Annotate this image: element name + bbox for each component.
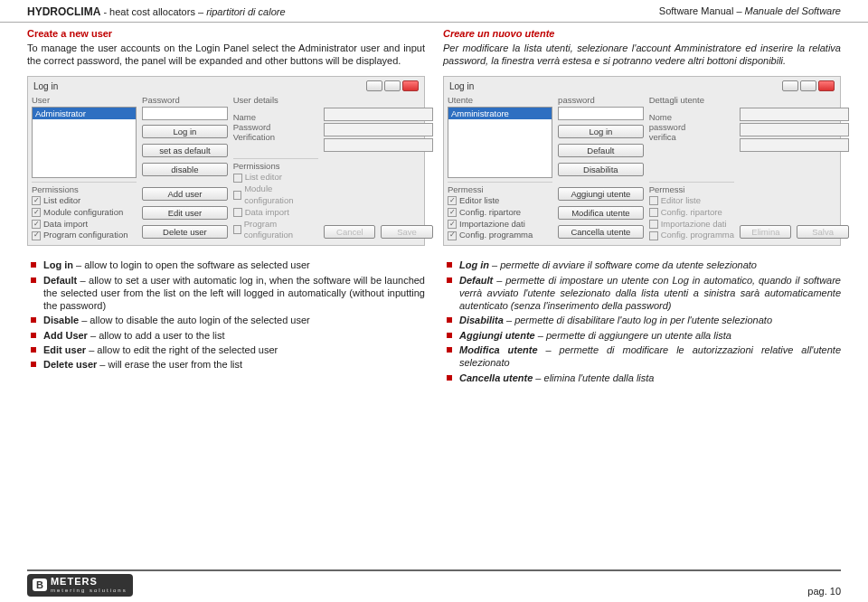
perm-ro-importazione-dati: ✓Importazione dati — [649, 219, 735, 230]
perm-ro-program-config: ✓Program configuration — [233, 219, 319, 242]
perm-config-programma[interactable]: ✓Config. programma — [448, 230, 552, 241]
password-label: password — [558, 95, 644, 107]
tagline-en: - heat cost allocators – — [103, 6, 206, 17]
password-edit-input[interactable] — [740, 123, 848, 136]
password-input[interactable] — [142, 107, 228, 120]
manual-it: Manuale del Software — [745, 5, 841, 16]
perm-list-editor[interactable]: ✓List editor — [32, 195, 137, 207]
list-item: Delete user – will erase the user from t… — [27, 358, 425, 371]
name-label: Name — [233, 112, 319, 122]
perm-editor-liste[interactable]: ✓Editor liste — [448, 195, 552, 207]
minimize-icon[interactable] — [782, 80, 798, 91]
login-window-en: Log in User Administrator Permissions ✓L… — [27, 76, 425, 246]
perm-program-config[interactable]: ✓Program configuration — [32, 230, 137, 241]
list-item: Edit user – allow to edit the right of t… — [27, 343, 425, 356]
bullets-it: Log in – permette di avviare il software… — [443, 259, 841, 386]
permissions-ro-label: Permessi — [649, 184, 735, 195]
add-user-button[interactable]: Aggiungi utente — [558, 187, 644, 201]
verification-input[interactable] — [324, 138, 432, 152]
minimize-icon[interactable] — [366, 80, 382, 91]
perm-ro-editor-liste: ✓Editor liste — [649, 195, 735, 207]
password-label: Password — [142, 95, 228, 107]
list-item: Log in – permette di avviare il software… — [443, 259, 841, 271]
verif-label: Verification — [233, 132, 319, 142]
user-item-admin[interactable]: Administrator — [33, 108, 136, 119]
intro-en-body: To manage the user accounts on the Login… — [27, 42, 425, 66]
list-item: Add User – allow to add a user to the li… — [27, 329, 425, 342]
user-details-label: Dettagli utente — [649, 95, 735, 107]
add-user-button[interactable]: Add user — [142, 187, 228, 201]
logo-text-big: METERS — [51, 576, 98, 587]
list-item: Default – allow to set a user with autom… — [27, 274, 425, 313]
product-logo: HYDROCLIMA — [27, 5, 100, 18]
page-number: pag. 10 — [807, 586, 841, 597]
delete-user-button[interactable]: Cancella utente — [558, 225, 644, 239]
bullets-en: Log in – allow to login to open the soft… — [27, 259, 425, 386]
save-button[interactable]: Save — [381, 225, 432, 239]
name-input[interactable] — [324, 108, 432, 121]
password-input[interactable] — [558, 107, 644, 120]
intro-en-title: Create a new user — [27, 28, 425, 41]
bullet-columns: Log in – allow to login to open the soft… — [0, 253, 868, 386]
user-listbox[interactable]: Administrator — [32, 107, 137, 178]
disable-button[interactable]: disable — [142, 163, 228, 176]
verif-label: verifica — [649, 132, 735, 142]
perm-importazione-dati[interactable]: ✓Importazione dati — [448, 219, 552, 230]
intro-en: Create a new user To manage the user acc… — [27, 28, 425, 67]
permissions-label: Permissions — [32, 184, 137, 195]
permissions-ro-label: Permissions — [233, 161, 319, 172]
window-title: Log in — [449, 81, 474, 91]
set-default-button[interactable]: set as default — [142, 144, 228, 157]
titlebar: Log in — [448, 80, 836, 95]
permissions-label: Permessi — [448, 184, 552, 195]
page-footer: B METERS metering solutions pag. 10 — [0, 569, 868, 597]
perm-ro-config-programma: ✓Config. programma — [649, 230, 735, 241]
window-title: Log in — [33, 81, 58, 91]
password-edit-input[interactable] — [324, 123, 432, 136]
window-buttons — [366, 80, 419, 91]
default-button[interactable]: Default — [558, 144, 644, 157]
page-header: HYDROCLIMA - heat cost allocators – ripa… — [0, 0, 868, 23]
cancel-button[interactable]: Cancel — [324, 225, 375, 239]
edit-user-button[interactable]: Modifica utente — [558, 206, 644, 220]
cancel-button[interactable]: Elimina — [740, 225, 791, 239]
logo-text-small: metering solutions — [51, 588, 127, 593]
window-buttons — [782, 80, 835, 91]
disable-button[interactable]: Disabilita — [558, 163, 644, 176]
intro-it-title: Creare un nuovo utente — [443, 28, 841, 41]
intro-it: Creare un nuovo utente Per modificare la… — [443, 28, 841, 67]
user-details-label: User details — [233, 95, 319, 107]
list-item: Disable – allow to disable the auto logi… — [27, 314, 425, 326]
delete-user-button[interactable]: Delete user — [142, 225, 228, 239]
header-right: Software Manual – Manuale del Software — [659, 5, 841, 18]
edit-user-button[interactable]: Edit user — [142, 206, 228, 220]
bmeters-logo: B METERS metering solutions — [27, 574, 133, 597]
name-label: Nome — [649, 112, 735, 122]
perm-ro-config-ripartore: ✓Config. ripartore — [649, 207, 735, 219]
login-button[interactable]: Log in — [558, 125, 644, 138]
user-item-admin[interactable]: Amministratore — [448, 108, 552, 119]
close-icon[interactable] — [402, 80, 419, 91]
perm-data-import[interactable]: ✓Data import — [32, 219, 137, 230]
titlebar: Log in — [32, 80, 420, 95]
intro-columns: Create a new user To manage the user acc… — [0, 23, 868, 72]
perm-module-config[interactable]: ✓Module configuration — [32, 207, 137, 219]
header-left: HYDROCLIMA - heat cost allocators – ripa… — [27, 5, 286, 18]
manual-en: Software Manual – — [659, 5, 745, 16]
close-icon[interactable] — [818, 80, 835, 91]
maximize-icon[interactable] — [384, 80, 401, 91]
user-listbox[interactable]: Amministratore — [448, 107, 552, 178]
perm-ro-list-editor: ✓List editor — [233, 172, 319, 183]
login-button[interactable]: Log in — [142, 125, 228, 138]
pwd-label: password — [649, 122, 735, 132]
maximize-icon[interactable] — [800, 80, 816, 91]
verification-input[interactable] — [740, 138, 848, 152]
pwd-label: Password — [233, 122, 319, 132]
screenshot-row: Log in User Administrator Permissions ✓L… — [0, 72, 868, 253]
name-input[interactable] — [740, 108, 848, 121]
user-label: User — [32, 95, 137, 107]
save-button[interactable]: Salva — [797, 225, 848, 239]
perm-config-ripartore[interactable]: ✓Config. ripartore — [448, 207, 552, 219]
list-item: Default – permette di impostare un utent… — [443, 274, 841, 313]
intro-it-body: Per modificare la lista utenti, selezion… — [443, 42, 841, 66]
